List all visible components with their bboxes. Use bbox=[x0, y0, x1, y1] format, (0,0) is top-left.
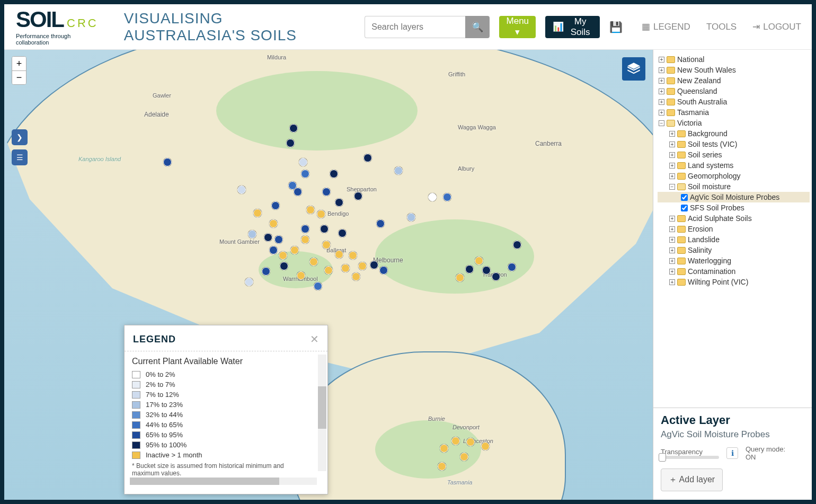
tools-link[interactable]: TOOLS bbox=[706, 22, 737, 32]
list-panel-button[interactable]: ☰ bbox=[12, 149, 28, 165]
probe-dot[interactable] bbox=[289, 124, 298, 132]
probe-dot[interactable] bbox=[264, 233, 272, 242]
probe-dot[interactable] bbox=[338, 229, 347, 237]
layers-toggle[interactable] bbox=[622, 57, 645, 81]
probe-dot[interactable] bbox=[309, 258, 318, 266]
probe-dot[interactable] bbox=[248, 230, 256, 238]
tree-node[interactable]: +Acid Sulphate Soils bbox=[658, 213, 810, 224]
close-icon[interactable]: ✕ bbox=[310, 333, 319, 346]
tree-leaf-agvic[interactable]: AgVic Soil Moisture Probes bbox=[658, 192, 810, 202]
probe-dot[interactable] bbox=[451, 437, 460, 445]
search-input[interactable] bbox=[365, 16, 465, 38]
probe-dot[interactable] bbox=[370, 261, 378, 269]
probe-dot[interactable] bbox=[322, 241, 331, 249]
tree-node[interactable]: +Landslide bbox=[658, 234, 810, 245]
scrollbar-vertical[interactable] bbox=[318, 355, 326, 471]
tree-leaf-sfs[interactable]: SFS Soil Probes bbox=[658, 202, 810, 213]
tree-node[interactable]: +Contamination bbox=[658, 266, 810, 277]
tree-node-sa[interactable]: +South Australia bbox=[658, 96, 810, 107]
save-icon[interactable]: 💾 bbox=[609, 21, 623, 33]
probe-dot[interactable] bbox=[363, 154, 372, 162]
probe-dot[interactable] bbox=[394, 166, 403, 175]
probe-dot[interactable] bbox=[465, 265, 474, 273]
tree-node[interactable]: +Erosion bbox=[658, 224, 810, 234]
probe-dot[interactable] bbox=[294, 188, 302, 196]
probe-dot[interactable] bbox=[290, 246, 299, 254]
scrollbar-horizontal[interactable] bbox=[130, 478, 317, 485]
map-canvas[interactable]: Mildura Griffith Gawler Adelaide Wagga W… bbox=[4, 50, 653, 500]
probe-dot[interactable] bbox=[440, 444, 448, 453]
probe-dot[interactable] bbox=[274, 235, 283, 244]
tree-node-qld[interactable]: +Queensland bbox=[658, 86, 810, 96]
probe-dot[interactable] bbox=[456, 273, 464, 282]
probe-dot[interactable] bbox=[299, 158, 307, 166]
probe-dot[interactable] bbox=[438, 462, 446, 471]
tree-node[interactable]: +Soil series bbox=[658, 149, 810, 160]
search-button[interactable]: 🔍 bbox=[465, 16, 490, 38]
info-icon[interactable]: ℹ bbox=[726, 447, 738, 459]
probe-dot[interactable] bbox=[314, 282, 322, 290]
tree-node[interactable]: +Waterlogging bbox=[658, 255, 810, 266]
probe-dot[interactable] bbox=[335, 250, 343, 259]
zoom-in-button[interactable]: + bbox=[12, 57, 26, 70]
probe-dot[interactable] bbox=[352, 272, 360, 281]
menu-button[interactable]: Menu bbox=[499, 16, 536, 38]
probe-dot[interactable] bbox=[280, 262, 288, 270]
tree-node-tas[interactable]: +Tasmania bbox=[658, 107, 810, 118]
probe-dot[interactable] bbox=[330, 170, 338, 178]
tree-node[interactable]: +Wilting Point (VIC) bbox=[658, 277, 810, 287]
probe-dot[interactable] bbox=[301, 225, 309, 233]
probe-dot[interactable] bbox=[379, 266, 388, 275]
probe-dot[interactable] bbox=[407, 213, 415, 222]
probe-dot[interactable] bbox=[475, 257, 483, 265]
tree-node[interactable]: +Salinity bbox=[658, 245, 810, 255]
probe-dot[interactable] bbox=[482, 266, 491, 275]
probe-dot[interactable] bbox=[513, 241, 521, 249]
probe-dot[interactable] bbox=[245, 278, 253, 286]
probe-dot[interactable] bbox=[253, 209, 262, 217]
probe-dot[interactable] bbox=[317, 210, 325, 218]
expand-panel-button[interactable]: ❯ bbox=[12, 129, 28, 145]
probe-dot[interactable] bbox=[320, 225, 329, 233]
probe-dot[interactable] bbox=[443, 193, 451, 201]
probe-dot[interactable] bbox=[354, 192, 362, 200]
probe-dot[interactable] bbox=[428, 193, 437, 201]
tree-node[interactable]: +Soil tests (VIC) bbox=[658, 139, 810, 149]
tree-node-soilmoist[interactable]: −Soil moisture bbox=[658, 181, 810, 192]
tree-node-nz[interactable]: +New Zealand bbox=[658, 75, 810, 86]
probe-dot[interactable] bbox=[322, 188, 331, 196]
probe-dot[interactable] bbox=[460, 453, 468, 461]
probe-dot[interactable] bbox=[262, 267, 270, 276]
probe-dot[interactable] bbox=[269, 219, 278, 228]
probe-dot[interactable] bbox=[466, 438, 475, 446]
probe-dot[interactable] bbox=[508, 263, 516, 271]
probe-dot[interactable] bbox=[341, 264, 350, 272]
tree-node[interactable]: +Land systems bbox=[658, 160, 810, 171]
probe-dot[interactable] bbox=[306, 206, 315, 214]
transparency-slider[interactable] bbox=[661, 456, 719, 459]
probe-dot[interactable] bbox=[301, 170, 309, 178]
tree-node-vic[interactable]: −Victoria bbox=[658, 118, 810, 128]
logout-link[interactable]: ⇥ LOGOUT bbox=[752, 21, 801, 32]
layer-checkbox[interactable] bbox=[681, 194, 688, 201]
tree-node-nsw[interactable]: +New South Wales bbox=[658, 65, 810, 75]
tree-node[interactable]: +Background bbox=[658, 128, 810, 139]
layer-tree[interactable]: +National +New South Wales +New Zealand … bbox=[653, 50, 812, 408]
zoom-out-button[interactable]: − bbox=[12, 70, 26, 84]
tree-node[interactable]: +Geomorphology bbox=[658, 171, 810, 181]
probe-dot[interactable] bbox=[481, 442, 490, 450]
probe-dot[interactable] bbox=[335, 198, 343, 207]
probe-dot[interactable] bbox=[297, 271, 305, 280]
tree-node-national[interactable]: +National bbox=[658, 54, 810, 65]
probe-dot[interactable] bbox=[301, 235, 309, 244]
probe-dot[interactable] bbox=[237, 185, 246, 194]
probe-dot[interactable] bbox=[492, 272, 500, 281]
probe-dot[interactable] bbox=[286, 139, 295, 147]
mysoils-button[interactable]: 📊 My Soils bbox=[545, 16, 600, 38]
probe-dot[interactable] bbox=[269, 246, 278, 254]
probe-dot[interactable] bbox=[358, 262, 367, 270]
probe-dot[interactable] bbox=[324, 266, 333, 275]
probe-dot[interactable] bbox=[163, 158, 172, 166]
legend-link[interactable]: ▦ LEGEND bbox=[642, 21, 690, 32]
probe-dot[interactable] bbox=[349, 251, 357, 260]
